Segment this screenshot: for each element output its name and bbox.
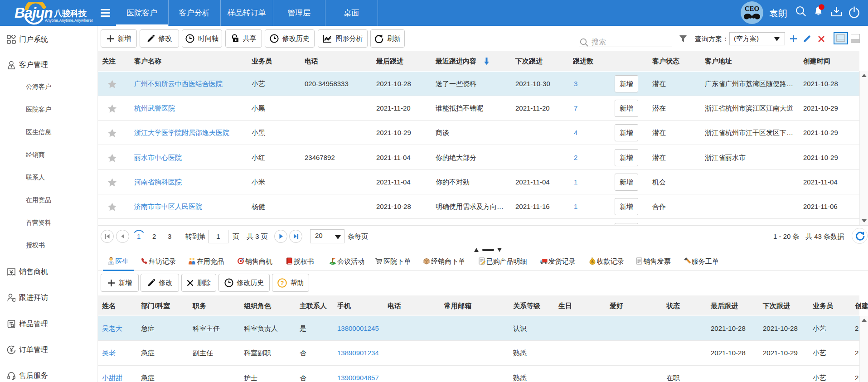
svg-text:$: $: [591, 260, 593, 264]
svg-text:?: ?: [280, 280, 284, 286]
svg-text:CEO: CEO: [745, 5, 760, 12]
